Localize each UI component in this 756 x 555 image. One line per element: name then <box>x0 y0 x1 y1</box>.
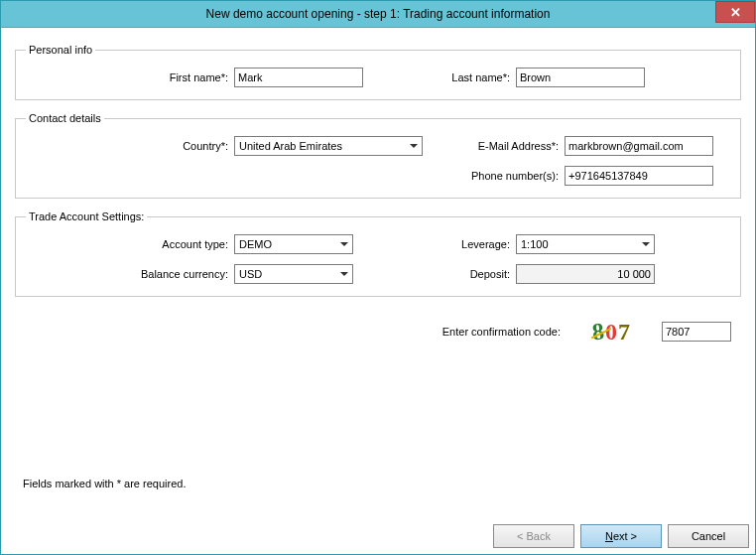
phone-label: Phone number(s): <box>431 170 565 182</box>
next-button-label: Next > <box>605 530 637 542</box>
personal-info-group: Personal info First name*: Last name*: <box>15 44 741 100</box>
chevron-down-icon <box>340 242 348 246</box>
country-dropdown[interactable]: United Arab Emirates <box>234 136 423 156</box>
confirmation-row: Enter confirmation code: 8 0 7 <box>15 315 741 348</box>
chevron-down-icon <box>642 242 650 246</box>
titlebar: New demo account opening - step 1: Tradi… <box>1 1 755 28</box>
last-name-input[interactable] <box>516 68 645 87</box>
deposit-input[interactable] <box>516 264 655 284</box>
captcha-image: 8 0 7 <box>576 315 646 348</box>
captcha-glyph: 7 <box>618 319 630 346</box>
leverage-value: 1:100 <box>521 238 549 250</box>
contact-details-legend: Contact details <box>26 112 104 124</box>
first-name-label: First name*: <box>26 71 234 83</box>
next-button[interactable]: Next > <box>580 524 662 548</box>
last-name-label: Last name*: <box>382 71 516 83</box>
country-label: Country*: <box>26 140 234 152</box>
form-body: Personal info First name*: Last name*: <box>1 28 755 554</box>
balance-currency-label: Balance currency: <box>26 268 234 280</box>
window-title: New demo account opening - step 1: Tradi… <box>206 7 551 21</box>
confirmation-code-input[interactable] <box>662 322 731 342</box>
account-type-dropdown[interactable]: DEMO <box>234 234 353 254</box>
captcha-glyph: 8 <box>591 318 606 346</box>
close-icon: ✕ <box>730 5 741 20</box>
back-button[interactable]: < Back <box>493 524 574 548</box>
trade-settings-legend: Trade Account Settings: <box>26 210 147 222</box>
chevron-down-icon <box>340 272 348 276</box>
cancel-button-label: Cancel <box>692 530 725 542</box>
balance-currency-value: USD <box>239 268 262 280</box>
chevron-down-icon <box>410 144 418 148</box>
back-button-label: < Back <box>517 530 551 542</box>
account-type-label: Account type: <box>26 238 234 250</box>
email-input[interactable] <box>565 136 713 156</box>
account-type-value: DEMO <box>239 238 272 250</box>
country-value: United Arab Emirates <box>239 140 342 152</box>
account-opening-window: New demo account opening - step 1: Tradi… <box>0 0 756 555</box>
required-note: Fields marked with * are required. <box>23 478 186 489</box>
phone-input[interactable] <box>565 166 713 186</box>
email-label: E-Mail Address*: <box>431 140 565 152</box>
wizard-button-bar: < Back Next > Cancel <box>493 524 749 548</box>
leverage-label: Leverage: <box>382 238 516 250</box>
balance-currency-dropdown[interactable]: USD <box>234 264 353 284</box>
close-button[interactable]: ✕ <box>715 1 755 23</box>
contact-details-group: Contact details Country*: United Arab Em… <box>15 112 741 199</box>
confirmation-label: Enter confirmation code: <box>442 326 561 338</box>
leverage-dropdown[interactable]: 1:100 <box>516 234 655 254</box>
trade-settings-group: Trade Account Settings: Account type: DE… <box>15 210 741 297</box>
personal-info-legend: Personal info <box>26 44 95 56</box>
first-name-input[interactable] <box>234 68 363 87</box>
deposit-label: Deposit: <box>382 268 516 280</box>
cancel-button[interactable]: Cancel <box>668 524 749 548</box>
